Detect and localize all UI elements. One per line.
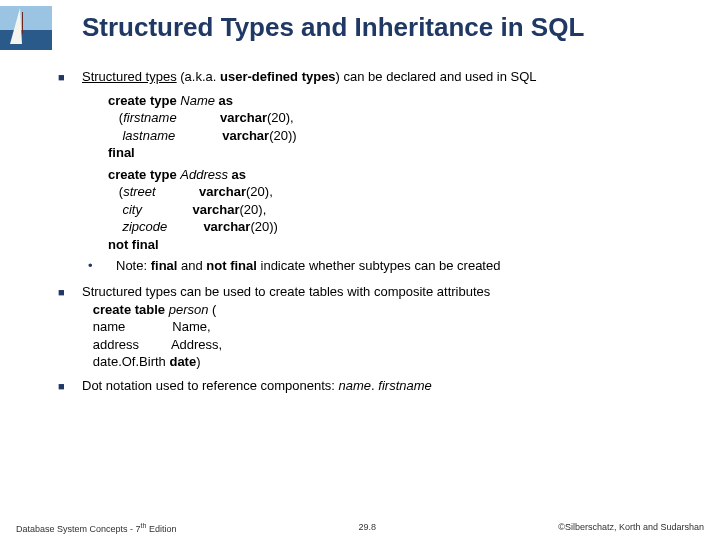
bullet-3-text: Dot notation used to reference component… — [82, 377, 696, 395]
sub-bullet-note: • Note: final and not final indicate whe… — [88, 257, 696, 275]
slide-body: ■ Structured types (a.k.a. user-defined … — [0, 50, 720, 394]
book-thumbnail — [0, 6, 52, 50]
bullet-1-text: Structured types (a.k.a. user-defined ty… — [82, 68, 696, 86]
slide-header: Structured Types and Inheritance in SQL — [0, 0, 720, 50]
code-block-name-type: create type Name as (firstname varchar(2… — [108, 92, 696, 162]
bullet-square-icon: ■ — [58, 377, 82, 395]
bullet-2-text: Structured types can be used to create t… — [82, 283, 696, 371]
code-block-address-type: create type Address as (street varchar(2… — [108, 166, 696, 254]
footer-right: ©Silberschatz, Korth and Sudarshan — [558, 522, 704, 534]
slide-footer: Database System Concepts - 7th Edition 2… — [0, 522, 720, 534]
bullet-square-icon: ■ — [58, 68, 82, 86]
slide-title: Structured Types and Inheritance in SQL — [82, 12, 584, 43]
note-text: Note: final and not final indicate wheth… — [116, 257, 500, 275]
bullet-dot-icon: • — [88, 257, 116, 275]
footer-center: 29.8 — [359, 522, 377, 534]
bullet-square-icon: ■ — [58, 283, 82, 371]
bullet-2: ■ Structured types can be used to create… — [58, 283, 696, 371]
footer-left: Database System Concepts - 7th Edition — [16, 522, 176, 534]
bullet-1: ■ Structured types (a.k.a. user-defined … — [58, 68, 696, 86]
bullet-3: ■ Dot notation used to reference compone… — [58, 377, 696, 395]
